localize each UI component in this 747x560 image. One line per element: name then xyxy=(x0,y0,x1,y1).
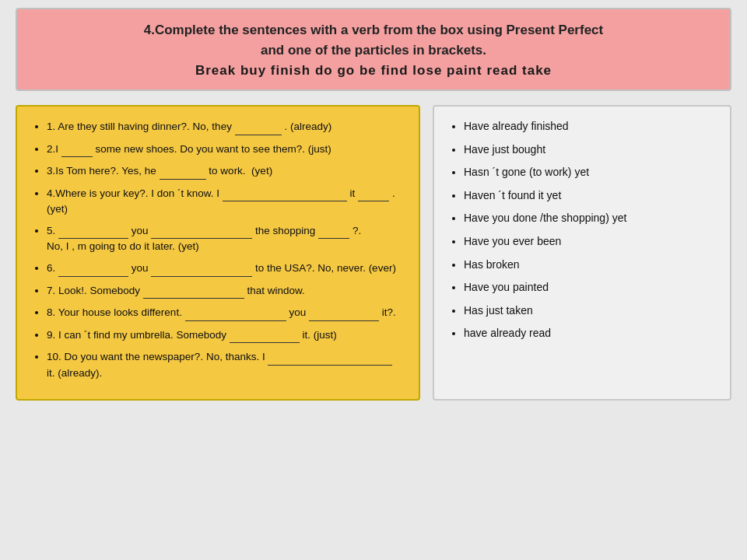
blank-4a xyxy=(223,186,347,202)
right-panel: Have already finished Have just bought H… xyxy=(433,105,731,401)
answers-list: Have already finished Have just bought H… xyxy=(450,119,714,341)
blank-1 xyxy=(235,119,282,135)
answer-3: Hasn ´t gone (to work) yet xyxy=(464,165,714,180)
sentence-2: 2.I some new shoes. Do you want to see t… xyxy=(47,142,403,158)
blank-5c xyxy=(318,223,349,240)
answer-1: Have already finished xyxy=(464,119,714,135)
blank-8b xyxy=(309,305,379,321)
sentence-1: 1. Are they still having dinner?. No, th… xyxy=(47,119,403,135)
blank-5a xyxy=(58,223,128,240)
blank-10 xyxy=(268,349,392,366)
blank-6a xyxy=(58,261,128,277)
header-box: 4.Complete the sentences with a verb fro… xyxy=(16,8,731,91)
sentence-8: 8. Your house looks different. you it?. xyxy=(47,305,403,321)
answer-7: Has broken xyxy=(464,257,714,273)
title-line1: 4.Complete the sentences with a verb fro… xyxy=(144,23,603,37)
title-line2: and one of the particles in brackets. xyxy=(261,43,486,58)
answer-8: Have you painted xyxy=(464,280,714,296)
answer-9: Has just taken xyxy=(464,303,714,319)
blank-2 xyxy=(61,142,93,158)
header-title: 4.Complete the sentences with a verb fro… xyxy=(33,20,714,60)
content-row: 1. Are they still having dinner?. No, th… xyxy=(16,105,731,401)
answer-2: Have just bought xyxy=(464,142,714,158)
blank-8a xyxy=(185,305,286,321)
blank-9 xyxy=(230,327,300,344)
header-words: Break buy finish do go be find lose pain… xyxy=(33,63,714,79)
sentence-6: 6. you to the USA?. No, never. (ever) xyxy=(47,261,403,277)
blank-3 xyxy=(160,163,206,180)
answer-6: Have you ever been xyxy=(464,234,714,250)
sentence-10: 10. Do you want the newspaper?. No, than… xyxy=(47,349,403,380)
blank-5b xyxy=(151,223,252,240)
answer-10: have already read xyxy=(464,326,714,341)
sentence-9: 9. I can ´t find my umbrella. Somebody i… xyxy=(47,327,403,344)
sentence-3: 3.Is Tom here?. Yes, he to work. (yet) xyxy=(47,163,403,180)
answer-5: Have you done /the shopping) yet xyxy=(464,211,714,226)
sentence-4: 4.Where is your key?. I don ´t know. I i… xyxy=(47,186,403,217)
blank-7 xyxy=(143,283,244,299)
answer-4: Haven ´t found it yet xyxy=(464,188,714,204)
sentence-5: 5. you the shopping ?.No, I , m going to… xyxy=(47,223,403,254)
blank-4b xyxy=(358,186,389,202)
sentences-list: 1. Are they still having dinner?. No, th… xyxy=(33,119,403,380)
blank-6b xyxy=(151,261,252,277)
sentence-7: 7. Look!. Somebody that window. xyxy=(47,283,403,299)
left-panel: 1. Are they still having dinner?. No, th… xyxy=(16,105,420,401)
